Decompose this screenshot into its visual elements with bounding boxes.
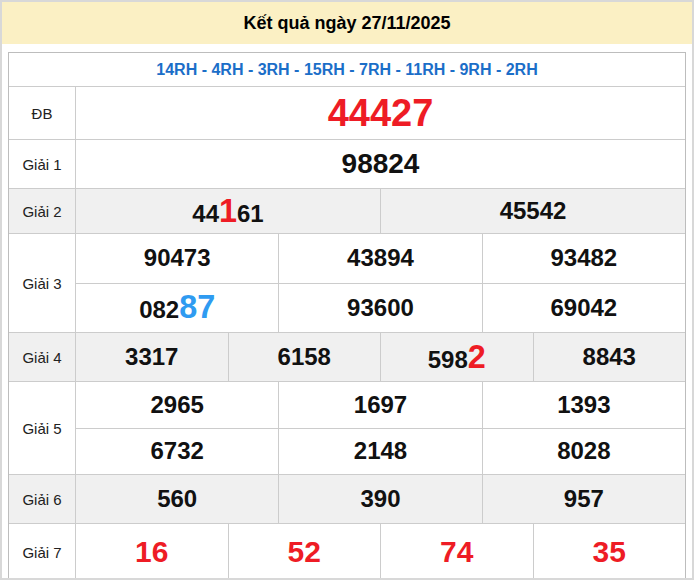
digits: 8843 [583, 343, 636, 370]
result-number-cell: 16 [76, 524, 228, 580]
prize-line: 3317615859828843 [76, 333, 685, 381]
prize-line: 4416145542 [76, 189, 685, 233]
prize-row-g5: Giải 5296516971393673221488028 [9, 381, 685, 474]
prize-row-db: ĐB44427 [9, 86, 685, 139]
result-number: 957 [564, 485, 604, 513]
result-number-cell: 957 [482, 475, 685, 523]
result-number-cell: 1697 [278, 382, 481, 428]
result-number-cell: 6732 [76, 429, 278, 475]
result-number: 1697 [354, 391, 407, 419]
result-number-cell: 45542 [380, 189, 685, 233]
prize-values-g3: 904734389493482082879360069042 [76, 234, 685, 332]
prize-values-g7: 16527435 [76, 524, 685, 580]
prize-values-g4: 3317615859828843 [76, 333, 685, 381]
prize-values-g1: 98824 [76, 140, 685, 188]
result-number: 93600 [347, 294, 414, 322]
digits: 61 [237, 200, 264, 227]
result-number-cell: 44427 [76, 87, 685, 139]
result-number: 2148 [354, 437, 407, 465]
digits: 35 [593, 535, 626, 568]
result-number-cell: 5982 [380, 333, 533, 381]
result-number: 16 [135, 535, 168, 569]
result-number: 90473 [144, 244, 211, 272]
prize-line: 560390957 [76, 475, 685, 523]
digits: 6158 [278, 343, 331, 370]
result-number: 8843 [583, 343, 636, 371]
digits: 93482 [550, 244, 617, 271]
prize-label-g5: Giải 5 [9, 382, 76, 474]
digits: 44 [192, 200, 219, 227]
prize-label-g7: Giải 7 [9, 524, 76, 580]
prize-row-g1: Giải 198824 [9, 139, 685, 188]
prize-label-g3: Giải 3 [9, 234, 76, 332]
result-number: 35 [593, 535, 626, 569]
result-number: 08287 [139, 291, 215, 324]
prize-line: 44427 [76, 87, 685, 139]
prize-line: 16527435 [76, 524, 685, 580]
result-number-cell: 8028 [482, 429, 685, 475]
prize-row-g4: Giải 43317615859828843 [9, 332, 685, 381]
prize-line: 296516971393 [76, 382, 685, 428]
result-number: 52 [288, 535, 321, 569]
digits: 16 [135, 535, 168, 568]
result-number-cell: 390 [278, 475, 481, 523]
highlighted-digits: 1 [219, 193, 237, 229]
prize-line: 082879360069042 [76, 283, 685, 333]
highlighted-digits: 2 [468, 339, 486, 375]
prize-values-db: 44427 [76, 87, 685, 139]
result-number: 3317 [125, 343, 178, 371]
result-number-cell: 35 [533, 524, 686, 580]
digits: 43894 [347, 244, 414, 271]
result-number-cell: 08287 [76, 284, 278, 333]
result-number-cell: 52 [228, 524, 381, 580]
result-number-cell: 2965 [76, 382, 278, 428]
result-number: 6158 [278, 343, 331, 371]
result-number-cell: 93600 [278, 284, 481, 333]
result-number: 1393 [557, 391, 610, 419]
prize-line: 904734389493482 [76, 234, 685, 283]
digits: 957 [564, 485, 604, 512]
result-number-cell: 6158 [228, 333, 381, 381]
result-number: 74 [440, 535, 473, 569]
results-banner: Kết quả ngày 27/11/2025 [2, 2, 692, 44]
result-number: 5982 [428, 341, 486, 374]
prize-label-db: ĐB [9, 87, 76, 139]
prize-values-g2: 4416145542 [76, 189, 685, 233]
digits: 3317 [125, 343, 178, 370]
digits: 598 [428, 346, 468, 373]
result-number-cell: 2148 [278, 429, 481, 475]
result-number-cell: 43894 [278, 234, 481, 283]
digits: 93600 [347, 294, 414, 321]
result-number-cell: 98824 [76, 140, 685, 188]
result-number-cell: 44161 [76, 189, 380, 233]
prize-row-g3: Giải 3904734389493482082879360069042 [9, 233, 685, 332]
digits: 082 [139, 296, 179, 323]
results-table: 14RH - 4RH - 3RH - 15RH - 7RH - 11RH - 9… [8, 52, 686, 580]
result-number: 43894 [347, 244, 414, 272]
result-number-cell: 1393 [482, 382, 685, 428]
prize-label-g1: Giải 1 [9, 140, 76, 188]
digits: 52 [288, 535, 321, 568]
result-number: 45542 [500, 197, 567, 225]
results-table-rows: ĐB44427Giải 198824Giải 24416145542Giải 3… [9, 86, 685, 580]
result-number: 390 [360, 485, 400, 513]
prize-values-g5: 296516971393673221488028 [76, 382, 685, 474]
result-number: 69042 [550, 294, 617, 322]
result-number: 93482 [550, 244, 617, 272]
result-number: 98824 [342, 148, 420, 180]
result-number-cell: 93482 [482, 234, 685, 283]
stats-row: 14RH - 4RH - 3RH - 15RH - 7RH - 11RH - 9… [9, 53, 685, 86]
prize-line: 98824 [76, 140, 685, 188]
result-number: 8028 [557, 437, 610, 465]
prize-label-g6: Giải 6 [9, 475, 76, 523]
digits: 8028 [557, 437, 610, 464]
result-number-cell: 3317 [76, 333, 228, 381]
digits: 390 [360, 485, 400, 512]
digits: 44427 [328, 92, 434, 134]
result-number: 6732 [150, 437, 203, 465]
stats-text: 14RH - 4RH - 3RH - 15RH - 7RH - 11RH - 9… [156, 61, 537, 79]
digits: 2148 [354, 437, 407, 464]
digits: 45542 [500, 197, 567, 224]
digits: 2965 [150, 391, 203, 418]
prize-row-g7: Giải 716527435 [9, 523, 685, 580]
